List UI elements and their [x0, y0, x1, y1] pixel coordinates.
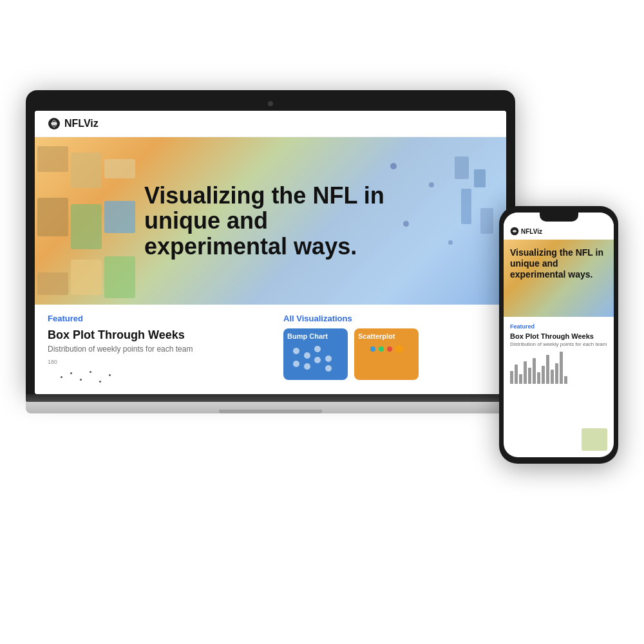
laptop-notch-bar [35, 99, 506, 108]
phone-notch [540, 213, 578, 222]
site-logo: NFLViz [48, 117, 99, 130]
laptop-device: NFLViz [26, 90, 515, 413]
hero-title: Visualizing the NFL in unique and experi… [144, 183, 415, 260]
phone-chart-bars [510, 351, 607, 386]
phone-content: Featured Box Plot Through Weeks Distribu… [504, 317, 614, 396]
hero-section: Visualizing the NFL in unique and experi… [35, 137, 506, 305]
phone-logo-icon [510, 227, 519, 236]
site-brand-name: NFLViz [64, 118, 99, 129]
laptop-camera [268, 101, 273, 106]
bump-chart-visual [290, 343, 341, 375]
scatterplot-card[interactable]: Scatterplot [354, 328, 419, 380]
chart-axis-label: 180 [48, 359, 57, 365]
phone-hero-title: Visualizing the NFL in unique and experi… [510, 247, 607, 279]
bump-chart-label: Bump Chart [283, 328, 332, 343]
phone-screen: NFLViz Visualizing the NFL in unique and… [504, 213, 614, 457]
site-header: NFLViz [35, 111, 506, 137]
bump-chart-card[interactable]: Bump Chart [283, 328, 348, 380]
nflviz-logo-icon [48, 117, 61, 130]
featured-mini-chart: 180 [48, 359, 258, 391]
chart-dots [61, 371, 111, 386]
phone-logo: NFLViz [510, 227, 542, 236]
hero-blocks [35, 137, 138, 305]
phone-viz-desc: Distribution of weekly points for each t… [510, 341, 607, 347]
all-viz-section: All Visualizations Bump Chart [283, 314, 493, 391]
laptop-screen-outer: NFLViz [26, 90, 515, 394]
laptop-base [26, 402, 515, 413]
featured-label: Featured [48, 314, 258, 323]
phone-device: NFLViz Visualizing the NFL in unique and… [499, 206, 618, 464]
featured-section: Featured Box Plot Through Weeks Distribu… [48, 314, 258, 391]
scene: NFLViz [13, 39, 631, 605]
viz-cards: Bump Chart [283, 328, 493, 380]
all-viz-label: All Visualizations [283, 314, 493, 323]
scatterplot-label: Scatterplot [354, 328, 399, 343]
phone-viz-title: Box Plot Through Weeks [510, 332, 607, 340]
featured-viz-desc: Distribution of weekly points for each t… [48, 345, 258, 354]
phone-mini-chart [510, 351, 607, 390]
phone-featured-label: Featured [510, 323, 607, 330]
featured-viz-title: Box Plot Through Weeks [48, 328, 258, 342]
content-section: Featured Box Plot Through Weeks Distribu… [35, 305, 506, 394]
laptop-hinge [26, 394, 515, 402]
phone-hero: Visualizing the NFL in unique and experi… [504, 240, 614, 317]
hero-text-block: Visualizing the NFL in unique and experi… [144, 183, 415, 260]
scatter-visual [368, 343, 406, 355]
phone-brand-name: NFLViz [521, 228, 542, 235]
phone-outer: NFLViz Visualizing the NFL in unique and… [499, 206, 618, 464]
laptop-screen: NFLViz [35, 111, 506, 394]
